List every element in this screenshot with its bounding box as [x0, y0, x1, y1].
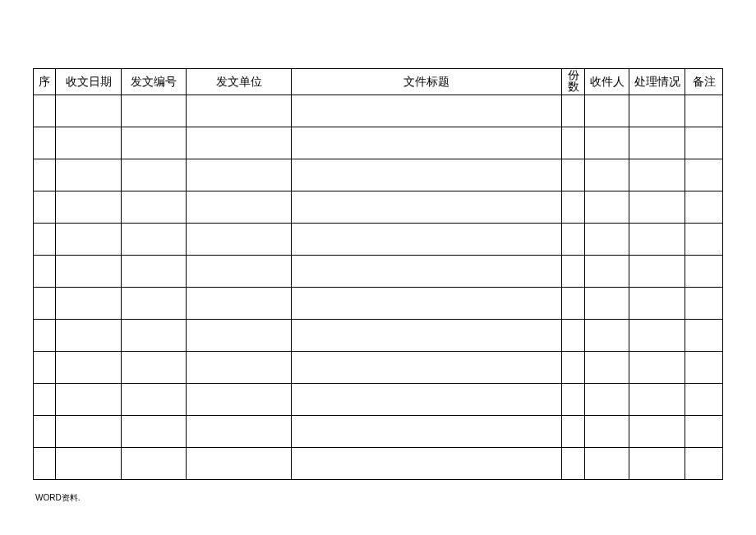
- cell-unit: [187, 416, 291, 448]
- header-remark: 备注: [685, 69, 723, 95]
- cell-seq: [34, 288, 56, 320]
- cell-recipient: [584, 191, 629, 224]
- cell-copies: [562, 320, 584, 352]
- table-body: [34, 95, 723, 480]
- header-copies: 份数: [562, 69, 584, 95]
- cell-recipient: [584, 256, 629, 288]
- cell-date: [56, 288, 122, 320]
- cell-status: [629, 191, 685, 224]
- cell-title: [291, 352, 562, 384]
- cell-status: [629, 352, 685, 384]
- cell-unit: [187, 384, 291, 416]
- cell-title: [291, 95, 562, 127]
- document-log-table: 序 收文日期 发文编号 发文单位 文件标题 份数 收件人 处理情况 备注: [33, 68, 723, 480]
- cell-seq: [34, 95, 56, 127]
- cell-title: [291, 320, 562, 352]
- cell-remark: [685, 224, 723, 256]
- cell-title: [291, 159, 562, 191]
- cell-date: [56, 191, 122, 224]
- table-header: 序 收文日期 发文编号 发文单位 文件标题 份数 收件人 处理情况 备注: [34, 69, 723, 95]
- cell-docno: [121, 384, 187, 416]
- cell-seq: [34, 256, 56, 288]
- cell-remark: [685, 191, 723, 224]
- footer-text: WORD资料.: [35, 492, 80, 504]
- table-row: [34, 95, 723, 127]
- cell-recipient: [584, 384, 629, 416]
- cell-docno: [121, 288, 187, 320]
- cell-seq: [34, 320, 56, 352]
- cell-copies: [562, 191, 584, 224]
- cell-copies: [562, 224, 584, 256]
- table-row: [34, 320, 723, 352]
- cell-recipient: [584, 159, 629, 191]
- cell-remark: [685, 352, 723, 384]
- header-date: 收文日期: [56, 69, 122, 95]
- cell-recipient: [584, 448, 629, 480]
- cell-recipient: [584, 320, 629, 352]
- cell-title: [291, 416, 562, 448]
- cell-remark: [685, 448, 723, 480]
- cell-date: [56, 384, 122, 416]
- cell-status: [629, 256, 685, 288]
- cell-status: [629, 95, 685, 127]
- cell-copies: [562, 448, 584, 480]
- cell-unit: [187, 288, 291, 320]
- cell-seq: [34, 384, 56, 416]
- cell-date: [56, 256, 122, 288]
- table-row: [34, 159, 723, 191]
- cell-title: [291, 224, 562, 256]
- cell-status: [629, 127, 685, 159]
- cell-unit: [187, 159, 291, 191]
- cell-unit: [187, 320, 291, 352]
- cell-title: [291, 256, 562, 288]
- header-seq: 序: [34, 69, 56, 95]
- cell-copies: [562, 352, 584, 384]
- table-row: [34, 384, 723, 416]
- cell-date: [56, 159, 122, 191]
- cell-remark: [685, 127, 723, 159]
- cell-date: [56, 95, 122, 127]
- cell-copies: [562, 95, 584, 127]
- cell-remark: [685, 384, 723, 416]
- cell-status: [629, 416, 685, 448]
- cell-seq: [34, 191, 56, 224]
- cell-seq: [34, 159, 56, 191]
- cell-recipient: [584, 352, 629, 384]
- cell-unit: [187, 95, 291, 127]
- cell-remark: [685, 159, 723, 191]
- cell-seq: [34, 352, 56, 384]
- cell-copies: [562, 288, 584, 320]
- cell-docno: [121, 95, 187, 127]
- table-row: [34, 416, 723, 448]
- table-row: [34, 191, 723, 224]
- cell-remark: [685, 416, 723, 448]
- cell-seq: [34, 127, 56, 159]
- header-recipient: 收件人: [584, 69, 629, 95]
- cell-status: [629, 288, 685, 320]
- cell-copies: [562, 256, 584, 288]
- cell-title: [291, 191, 562, 224]
- cell-unit: [187, 448, 291, 480]
- header-docno: 发文编号: [121, 69, 187, 95]
- cell-seq: [34, 224, 56, 256]
- cell-copies: [562, 416, 584, 448]
- cell-copies: [562, 127, 584, 159]
- table-row: [34, 448, 723, 480]
- cell-recipient: [584, 95, 629, 127]
- cell-copies: [562, 159, 584, 191]
- table-row: [34, 288, 723, 320]
- cell-copies: [562, 384, 584, 416]
- cell-status: [629, 448, 685, 480]
- header-unit: 发文单位: [187, 69, 291, 95]
- cell-date: [56, 448, 122, 480]
- cell-date: [56, 352, 122, 384]
- cell-seq: [34, 448, 56, 480]
- table-row: [34, 224, 723, 256]
- cell-unit: [187, 191, 291, 224]
- cell-docno: [121, 224, 187, 256]
- cell-docno: [121, 416, 187, 448]
- cell-unit: [187, 352, 291, 384]
- cell-unit: [187, 256, 291, 288]
- cell-unit: [187, 127, 291, 159]
- cell-date: [56, 416, 122, 448]
